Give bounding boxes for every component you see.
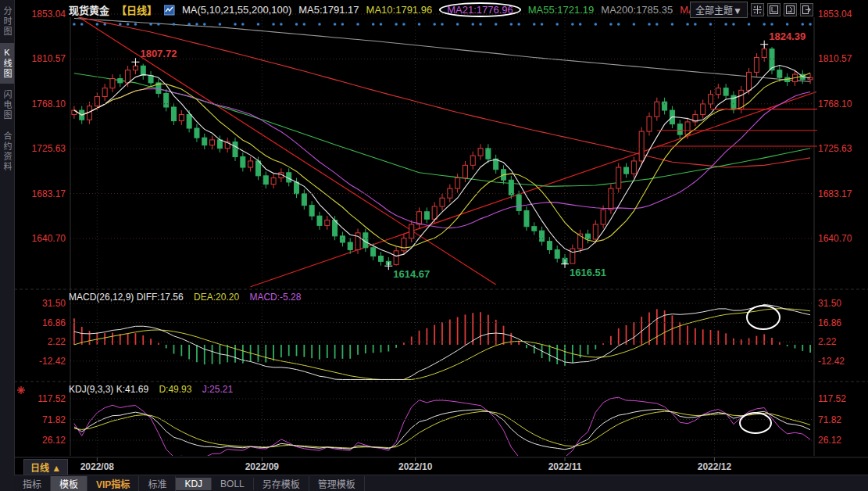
axis-label: 1810.57 xyxy=(32,53,66,64)
axis-label: 31.50 xyxy=(818,298,841,309)
signal-dot xyxy=(541,23,544,26)
signal-dot xyxy=(686,23,689,26)
axis-label: 1853.04 xyxy=(818,9,852,20)
axis-label: 2022/12 xyxy=(698,461,732,472)
axis-label: 117.52 xyxy=(818,393,846,404)
signal-dot xyxy=(402,23,405,26)
ma55-line xyxy=(74,73,810,187)
ma55-value: MA55:1721.19 xyxy=(528,4,595,16)
signal-dot xyxy=(517,23,520,26)
signal-dot xyxy=(395,23,398,26)
period-label: 【日线】 xyxy=(116,2,157,17)
axis-label: 26.12 xyxy=(42,435,66,446)
signal-dot xyxy=(203,23,206,26)
axis-label: -12.42 xyxy=(39,356,66,367)
trendline[interactable] xyxy=(74,14,496,285)
axis-label: 1683.17 xyxy=(32,188,66,199)
signal-dot xyxy=(188,23,191,26)
signal-dot xyxy=(127,23,130,26)
tab-vip-indicator[interactable]: VIP指标 xyxy=(88,476,139,491)
tab-kdj[interactable]: KDJ xyxy=(176,478,212,490)
chart-canvas[interactable]: 1853.041853.041810.571810.571768.101768.… xyxy=(0,0,868,491)
sidebar-item-flash-chart[interactable]: 闪电图 xyxy=(0,85,14,125)
signal-dot xyxy=(173,23,176,26)
axis-label: 71.82 xyxy=(818,414,841,425)
signal-dot xyxy=(579,23,582,26)
signal-dot xyxy=(441,23,444,26)
axis-label: 26.12 xyxy=(818,435,841,446)
axis-label: 2.22 xyxy=(48,336,66,347)
signal-dot xyxy=(770,23,773,26)
axis-label: 71.82 xyxy=(42,414,66,425)
signal-dot xyxy=(103,23,106,26)
signal-dot xyxy=(303,23,306,26)
signal-dot xyxy=(495,23,498,26)
chart-header: 现货黄金 【日线】 MA(5,10,21,55,200,100) MA5:179… xyxy=(69,2,712,17)
axis-pan-icon[interactable] xyxy=(784,3,797,16)
axis-label: 1725.63 xyxy=(32,143,66,154)
axis-label: 2022/10 xyxy=(398,461,433,472)
axis-label: 2022/08 xyxy=(80,461,115,472)
signal-dot xyxy=(694,23,697,26)
signal-dot xyxy=(456,23,459,26)
crosshair-icon[interactable] xyxy=(751,3,764,16)
axis-label: 117.52 xyxy=(38,393,66,404)
trendline[interactable] xyxy=(251,91,818,287)
signal-dot xyxy=(234,23,237,26)
signal-dot xyxy=(655,23,659,26)
signal-dot xyxy=(80,23,84,26)
signal-dot xyxy=(341,23,345,26)
signal-dot xyxy=(272,23,275,26)
axis-label: 2022/09 xyxy=(245,461,280,472)
kdj-settings-icon[interactable] xyxy=(17,386,25,394)
ma5-value: MA5:1791.17 xyxy=(298,4,359,16)
axis-label: 1810.57 xyxy=(818,53,852,64)
signal-dot xyxy=(418,23,421,26)
signal-dot xyxy=(433,23,436,26)
axis-label: 1768.10 xyxy=(818,99,852,109)
axis-label: 1725.63 xyxy=(818,143,852,154)
signal-dot xyxy=(724,23,727,26)
tab-indicator[interactable]: 指标 xyxy=(14,476,51,491)
ma-settings-label[interactable]: MA(5,10,21,55,200,100) xyxy=(182,4,291,16)
tab-save-template[interactable]: 另存模板 xyxy=(254,476,309,491)
signal-dot xyxy=(96,23,99,26)
tab-standard[interactable]: 标准 xyxy=(139,476,176,491)
signal-dot xyxy=(73,23,76,26)
kdj-pane xyxy=(74,397,810,457)
signal-dot xyxy=(318,23,321,26)
signal-dot xyxy=(157,23,160,26)
theme-dropdown-button[interactable]: 全部主题▼ xyxy=(690,2,748,18)
sidebar-item-kline-chart[interactable]: K线图 xyxy=(0,43,14,84)
signal-dot xyxy=(786,23,789,26)
highlight-ellipse xyxy=(740,413,771,433)
period-selector-button[interactable]: 日线 ▲ xyxy=(23,459,68,475)
ma21-value-highlighted: MA21:1776.96 xyxy=(439,2,521,17)
signal-dot xyxy=(617,23,620,26)
sidebar-item-contract-info[interactable]: 合约资料 xyxy=(0,127,14,177)
ma200-value: MA200:1785.35 xyxy=(601,4,673,16)
signal-dot xyxy=(732,23,735,26)
signal-dot xyxy=(195,23,198,26)
ma10-line xyxy=(74,73,810,248)
axis-label: 16.86 xyxy=(42,317,66,328)
collapse-panel-icon[interactable] xyxy=(800,3,813,16)
signal-dot xyxy=(334,23,337,26)
axis-label: -12.42 xyxy=(818,356,845,367)
tab-manage-template[interactable]: 管理模板 xyxy=(309,476,365,491)
tab-boll[interactable]: BOLL xyxy=(212,478,254,490)
signal-dot xyxy=(555,23,559,26)
signal-dot xyxy=(571,23,574,26)
tab-template[interactable]: 模板 xyxy=(51,476,88,491)
axis-label: 1768.10 xyxy=(32,99,66,109)
axis-label: 2022/11 xyxy=(548,461,582,472)
signal-dot xyxy=(280,23,283,26)
ma200-line xyxy=(74,18,810,81)
axis-scale-icon[interactable] xyxy=(767,3,780,16)
signal-dot xyxy=(633,23,636,26)
kdj-k-value: KDJ(9,3,3) K:41.69 xyxy=(69,384,148,395)
signal-dot xyxy=(295,23,298,26)
axis-label: 31.50 xyxy=(42,298,66,309)
sidebar-item-time-chart[interactable]: 分时图 xyxy=(0,2,14,41)
axis-label: 1640.70 xyxy=(32,233,66,244)
